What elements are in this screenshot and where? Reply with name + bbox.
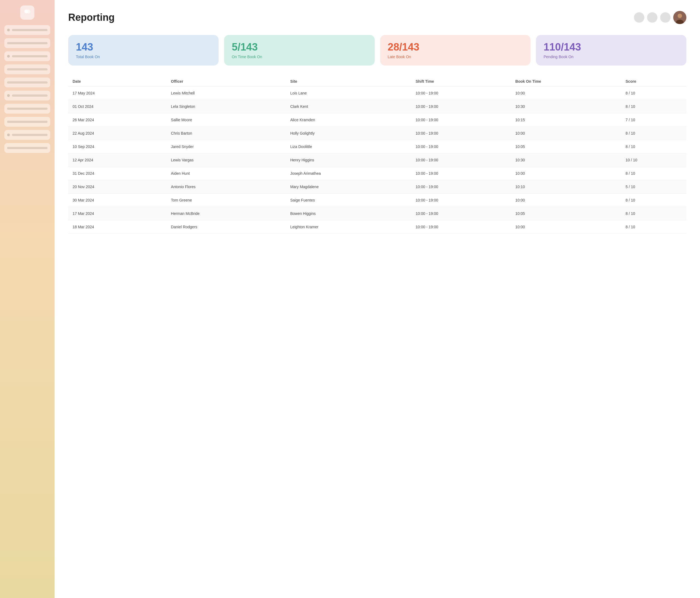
data-table: DateOfficerSiteShift TimeBook On TimeSco… — [68, 76, 686, 234]
table-cell: 17 Mar 2024 — [68, 207, 167, 220]
sidebar-dot — [7, 94, 10, 97]
table-cell: 10:00 — [511, 126, 621, 140]
table-cell: 10:30 — [511, 153, 621, 167]
table-cell: Chris Barton — [167, 126, 286, 140]
table-row[interactable]: 20 Nov 2024Antonio FloresMary Magdalene1… — [68, 180, 686, 193]
table-header-cell: Book On Time — [511, 76, 621, 87]
table-container: DateOfficerSiteShift TimeBook On TimeSco… — [68, 76, 686, 234]
stat-value: 28/143 — [388, 42, 523, 53]
table-cell: Antonio Flores — [167, 180, 286, 193]
sidebar-item-10[interactable] — [4, 143, 50, 153]
stat-value: 5/143 — [232, 42, 367, 53]
sidebar-line — [12, 55, 48, 57]
table-cell: 18 Mar 2024 — [68, 220, 167, 234]
table-row[interactable]: 22 Aug 2024Chris BartonHolly Golightly10… — [68, 126, 686, 140]
sidebar-item-8[interactable] — [4, 117, 50, 127]
table-cell: 10:00 - 19:00 — [411, 153, 511, 167]
stat-card-total: 143 Total Book On — [68, 35, 219, 66]
table-cell: Mary Magdalene — [286, 180, 411, 193]
header-dot-3[interactable] — [660, 12, 671, 23]
stat-label: On Time Book On — [232, 55, 367, 59]
sidebar-item-3[interactable] — [4, 51, 50, 61]
table-cell: 8 / 10 — [621, 126, 686, 140]
table-header-cell: Score — [621, 76, 686, 87]
header-right — [634, 11, 686, 24]
sidebar-line — [7, 42, 48, 44]
sidebar-logo — [20, 5, 34, 20]
table-cell: Clark Kent — [286, 100, 411, 113]
sidebar-line — [7, 107, 48, 110]
table-cell: 10:00 - 19:00 — [411, 126, 511, 140]
table-cell: 10 / 10 — [621, 153, 686, 167]
table-cell: Lois Lane — [286, 86, 411, 100]
table-cell: 10:00 - 19:00 — [411, 140, 511, 153]
table-row[interactable]: 31 Dec 2024Aiden HuntJoseph Arimathea10:… — [68, 167, 686, 180]
table-cell: Joseph Arimathea — [286, 167, 411, 180]
sidebar-line — [12, 134, 48, 136]
sidebar-line — [7, 147, 48, 149]
table-cell: 10:00 — [511, 86, 621, 100]
header-dot-1[interactable] — [634, 12, 644, 23]
table-cell: 10:00 — [511, 193, 621, 207]
main-content: Reporting 143 Total Book On 5/143 On Tim… — [55, 0, 700, 598]
sidebar-line — [12, 29, 48, 31]
page-title: Reporting — [68, 12, 115, 23]
avatar[interactable] — [673, 11, 686, 24]
table-cell: 20 Nov 2024 — [68, 180, 167, 193]
stat-label: Pending Book On — [544, 55, 679, 59]
table-row[interactable]: 01 Oct 2024Lela SingletonClark Kent10:00… — [68, 100, 686, 113]
table-cell: 7 / 10 — [621, 113, 686, 126]
table-cell: 8 / 10 — [621, 140, 686, 153]
table-cell: Daniel Rodgers — [167, 220, 286, 234]
table-header-cell: Shift Time — [411, 76, 511, 87]
table-cell: Lela Singleton — [167, 100, 286, 113]
sidebar-item-1[interactable] — [4, 25, 50, 35]
table-cell: 22 Aug 2024 — [68, 126, 167, 140]
sidebar-line — [7, 68, 48, 70]
table-row[interactable]: 17 Mar 2024Herman McBrideBowen Higgins10… — [68, 207, 686, 220]
table-cell: Saige Fuentes — [286, 193, 411, 207]
table-cell: 8 / 10 — [621, 86, 686, 100]
table-cell: 8 / 10 — [621, 193, 686, 207]
sidebar-item-4[interactable] — [4, 65, 50, 74]
table-row[interactable]: 18 Mar 2024Daniel RodgersLeighton Kramer… — [68, 220, 686, 234]
table-cell: 10 Sep 2024 — [68, 140, 167, 153]
stat-card-pending: 110/143 Pending Book On — [536, 35, 686, 66]
table-cell: Aiden Hunt — [167, 167, 286, 180]
table-cell: 8 / 10 — [621, 207, 686, 220]
table-row[interactable]: 26 Mar 2024Sallie MooreAlice Kramden10:0… — [68, 113, 686, 126]
table-header-cell: Officer — [167, 76, 286, 87]
header-dot-2[interactable] — [647, 12, 657, 23]
table-row[interactable]: 17 May 2024Lewis MitchellLois Lane10:00 … — [68, 86, 686, 100]
table-cell: Liza Doolittle — [286, 140, 411, 153]
table-cell: Herman McBride — [167, 207, 286, 220]
table-cell: Lewis Mitchell — [167, 86, 286, 100]
sidebar-item-7[interactable] — [4, 104, 50, 114]
table-cell: 8 / 10 — [621, 167, 686, 180]
sidebar-item-5[interactable] — [4, 77, 50, 87]
table-cell: 10:05 — [511, 140, 621, 153]
table-cell: Holly Golightly — [286, 126, 411, 140]
stat-label: Total Book On — [76, 55, 211, 59]
table-cell: 10:00 - 19:00 — [411, 207, 511, 220]
sidebar-item-2[interactable] — [4, 38, 50, 48]
table-cell: Lewis Vargas — [167, 153, 286, 167]
table-header-cell: Date — [68, 76, 167, 87]
sidebar-dot — [7, 55, 10, 57]
table-cell: Jared Snyder — [167, 140, 286, 153]
sidebar-item-6[interactable] — [4, 91, 50, 100]
sidebar-dot — [7, 29, 10, 31]
table-cell: Alice Kramden — [286, 113, 411, 126]
table-row[interactable]: 10 Sep 2024Jared SnyderLiza Doolittle10:… — [68, 140, 686, 153]
table-cell: Sallie Moore — [167, 113, 286, 126]
table-row[interactable]: 12 Apr 2024Lewis VargasHenry Higgins10:0… — [68, 153, 686, 167]
header: Reporting — [68, 11, 686, 24]
table-cell: 30 Mar 2024 — [68, 193, 167, 207]
table-row[interactable]: 30 Mar 2024Tom GreeneSaige Fuentes10:00 … — [68, 193, 686, 207]
table-cell: 10:00 - 19:00 — [411, 180, 511, 193]
table-cell: 10:30 — [511, 100, 621, 113]
table-cell: 8 / 10 — [621, 220, 686, 234]
table-cell: 8 / 10 — [621, 100, 686, 113]
sidebar-item-9[interactable] — [4, 130, 50, 140]
table-header-cell: Site — [286, 76, 411, 87]
